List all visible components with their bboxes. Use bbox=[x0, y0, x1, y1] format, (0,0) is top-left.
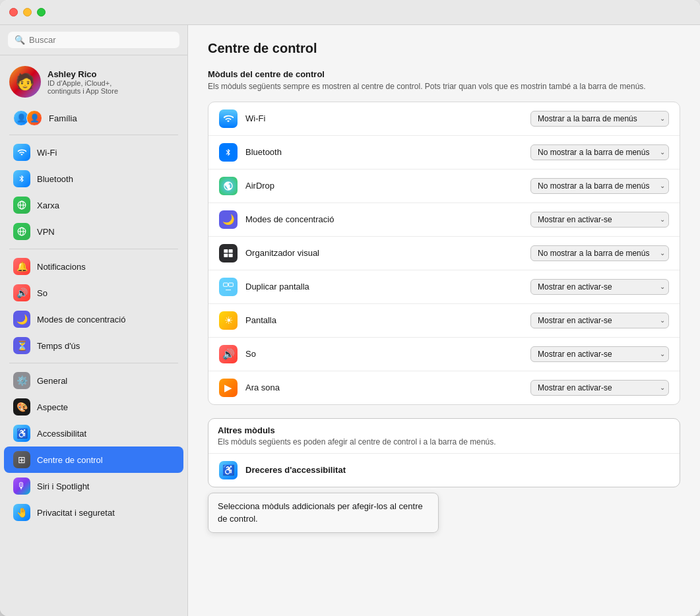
family-avatars: 👤 👤 bbox=[13, 110, 42, 126]
sidebar-item-label-focus: Modes de concentració bbox=[37, 315, 125, 324]
airdrop-select[interactable]: No mostrar a la barra de menús Mostrar a… bbox=[530, 178, 669, 194]
sidebar-item-label-screentime: Temps d'ús bbox=[37, 341, 80, 351]
nowplaying-control-name: Ara sona bbox=[245, 383, 523, 392]
sidebar-divider-1 bbox=[9, 135, 178, 135]
mirror-select-wrapper[interactable]: Mostrar en activar-se Mostrar a la barra… bbox=[530, 279, 669, 295]
sidebar-item-general[interactable]: ⚙️ General bbox=[4, 367, 183, 394]
bluetooth-select-wrapper[interactable]: No mostrar a la barra de menús Mostrar a… bbox=[530, 144, 669, 160]
mirror-control-icon bbox=[219, 278, 238, 296]
control-item-screen: ☀ Pantalla Mostrar en activar-se Mostrar… bbox=[208, 304, 680, 338]
tooltip-text: Selecciona mòduls addicionals per afegir… bbox=[208, 493, 439, 533]
sidebar-item-accessibility[interactable]: ♿ Accessibilitat bbox=[4, 420, 183, 447]
sidebar-item-label-control: Centre de control bbox=[37, 455, 103, 465]
control-center-icon: ⊞ bbox=[13, 451, 30, 468]
sidebar-item-vpn[interactable]: VPN bbox=[4, 218, 183, 245]
sidebar-divider-2 bbox=[9, 249, 178, 249]
screen-select[interactable]: Mostrar en activar-se Mostrar a la barra… bbox=[530, 313, 669, 328]
sidebar-item-label-notifications: Notificacions bbox=[37, 262, 86, 272]
sidebar-item-privacy[interactable]: 🤚 Privacitat i seguretat bbox=[4, 499, 183, 526]
general-icon: ⚙️ bbox=[13, 372, 30, 389]
control-item-sound: 🔊 So Mostrar en activar-se Mostrar a la … bbox=[208, 338, 680, 371]
accessibility-icon: ♿ bbox=[13, 425, 30, 442]
screen-control-name: Pantalla bbox=[245, 315, 523, 325]
wifi-select-wrapper[interactable]: Mostrar a la barra de menús No mostrar a… bbox=[530, 111, 669, 127]
user-profile[interactable]: 🧑 Ashley Rico ID d'Apple, iCloud+,contin… bbox=[0, 61, 187, 106]
airdrop-control-name: AirDrop bbox=[245, 181, 523, 191]
wifi-control-name: Wi-Fi bbox=[245, 113, 523, 123]
sidebar-item-label-sound: So bbox=[37, 288, 48, 298]
sidebar-item-control-center[interactable]: ⊞ Centre de control bbox=[4, 447, 183, 473]
focus-select-wrapper[interactable]: Mostrar en activar-se Mostrar a la barra… bbox=[530, 212, 669, 228]
user-name: Ashley Rico bbox=[48, 69, 118, 79]
sidebar-item-label-siri: Siri i Spotlight bbox=[37, 481, 89, 491]
maximize-button[interactable] bbox=[37, 8, 46, 16]
sidebar-item-label-accessibility: Accessibilitat bbox=[37, 429, 86, 439]
nowplaying-select[interactable]: Mostrar en activar-se Mostrar a la barra… bbox=[530, 380, 669, 396]
main-content: Centre de control Mòduls del centre de c… bbox=[188, 25, 700, 616]
app-window: 🔍 🧑 Ashley Rico ID d'Apple, iCloud+,cont… bbox=[0, 0, 700, 616]
main-layout: 🔍 🧑 Ashley Rico ID d'Apple, iCloud+,cont… bbox=[0, 25, 700, 616]
organizer-control-name: Organitzador visual bbox=[245, 248, 523, 258]
svg-rect-11 bbox=[224, 283, 228, 286]
svg-rect-9 bbox=[224, 253, 228, 257]
sound-sidebar-icon: 🔊 bbox=[13, 284, 30, 301]
sound-control-name: So bbox=[245, 349, 523, 359]
mirror-select[interactable]: Mostrar en activar-se Mostrar a la barra… bbox=[530, 279, 669, 295]
sound-select-wrapper[interactable]: Mostrar en activar-se Mostrar a la barra… bbox=[530, 346, 669, 362]
sound-select[interactable]: Mostrar en activar-se Mostrar a la barra… bbox=[530, 346, 669, 362]
screen-select-wrapper[interactable]: Mostrar en activar-se Mostrar a la barra… bbox=[530, 313, 669, 328]
sidebar-item-bluetooth[interactable]: Bluetooth bbox=[4, 166, 183, 192]
page-title: Centre de control bbox=[208, 41, 680, 56]
control-item-focus: 🌙 Modes de concentració Mostrar en activ… bbox=[208, 203, 680, 237]
sidebar-item-label-bluetooth: Bluetooth bbox=[37, 174, 73, 184]
traffic-lights bbox=[9, 8, 46, 16]
bluetooth-select[interactable]: No mostrar a la barra de menús Mostrar a… bbox=[530, 144, 669, 160]
sidebar-item-sound[interactable]: 🔊 So bbox=[4, 280, 183, 306]
organizer-select-wrapper[interactable]: No mostrar a la barra de menús Mostrar a… bbox=[530, 245, 669, 261]
accessibility-shortcuts-icon: ♿ bbox=[219, 461, 238, 479]
sidebar-divider-3 bbox=[9, 363, 178, 363]
focus-icon: 🌙 bbox=[13, 311, 30, 328]
sidebar: 🔍 🧑 Ashley Rico ID d'Apple, iCloud+,cont… bbox=[0, 25, 188, 616]
user-info: Ashley Rico ID d'Apple, iCloud+,contingu… bbox=[48, 69, 118, 95]
svg-rect-12 bbox=[229, 283, 234, 286]
sidebar-item-notifications[interactable]: 🔔 Notificacions bbox=[4, 253, 183, 280]
organizer-select[interactable]: No mostrar a la barra de menús Mostrar a… bbox=[530, 245, 669, 261]
bluetooth-control-icon bbox=[219, 143, 238, 162]
user-subtitle: ID d'Apple, iCloud+,continguts i App Sto… bbox=[48, 79, 118, 95]
other-modules-title: Altres mòduls bbox=[218, 425, 670, 435]
control-item-nowplaying: ▶ Ara sona Mostrar en activar-se Mostrar… bbox=[208, 371, 680, 404]
control-item-bluetooth: Bluetooth No mostrar a la barra de menús… bbox=[208, 136, 680, 169]
sidebar-item-focus[interactable]: 🌙 Modes de concentració bbox=[4, 306, 183, 332]
control-item-airdrop: AirDrop No mostrar a la barra de menús M… bbox=[208, 169, 680, 203]
minimize-button[interactable] bbox=[23, 8, 32, 16]
bluetooth-control-name: Bluetooth bbox=[245, 147, 523, 157]
search-input[interactable] bbox=[29, 35, 173, 45]
sidebar-item-siri[interactable]: 🎙 Siri i Spotlight bbox=[4, 473, 183, 499]
sidebar-item-family[interactable]: 👤 👤 Família bbox=[4, 106, 183, 131]
other-modules-section: Altres mòduls Els mòduls següents es pod… bbox=[208, 418, 680, 487]
other-modules-header: Altres mòduls Els mòduls següents es pod… bbox=[208, 419, 680, 454]
focus-select[interactable]: Mostrar en activar-se Mostrar a la barra… bbox=[530, 212, 669, 228]
control-item-wifi: Wi-Fi Mostrar a la barra de menús No mos… bbox=[208, 102, 680, 136]
sidebar-item-label-family: Família bbox=[49, 113, 77, 123]
airdrop-select-wrapper[interactable]: No mostrar a la barra de menús Mostrar a… bbox=[530, 178, 669, 194]
accessibility-shortcuts-name: Dreceres d'accessibilitat bbox=[245, 465, 346, 475]
airdrop-control-icon bbox=[219, 177, 238, 195]
sidebar-item-network[interactable]: Xarxa bbox=[4, 192, 183, 218]
privacy-icon: 🤚 bbox=[13, 504, 30, 521]
search-wrap[interactable]: 🔍 bbox=[8, 32, 179, 48]
svg-rect-10 bbox=[229, 253, 233, 257]
focus-control-icon: 🌙 bbox=[219, 210, 238, 229]
notifications-icon: 🔔 bbox=[13, 258, 30, 275]
sidebar-item-wifi[interactable]: Wi-Fi bbox=[4, 139, 183, 166]
screen-control-icon: ☀ bbox=[219, 311, 238, 330]
close-button[interactable] bbox=[9, 8, 18, 16]
module-item-accessibility-shortcuts[interactable]: ♿ Dreceres d'accessibilitat bbox=[208, 454, 680, 487]
sidebar-item-screentime[interactable]: ⏳ Temps d'ús bbox=[4, 332, 183, 359]
sidebar-item-appearance[interactable]: 🎨 Aspecte bbox=[4, 394, 183, 420]
wifi-select[interactable]: Mostrar a la barra de menús No mostrar a… bbox=[530, 111, 669, 127]
screentime-icon: ⏳ bbox=[13, 337, 30, 354]
nowplaying-select-wrapper[interactable]: Mostrar en activar-se Mostrar a la barra… bbox=[530, 380, 669, 396]
control-item-mirror: Duplicar pantalla Mostrar en activar-se … bbox=[208, 270, 680, 304]
